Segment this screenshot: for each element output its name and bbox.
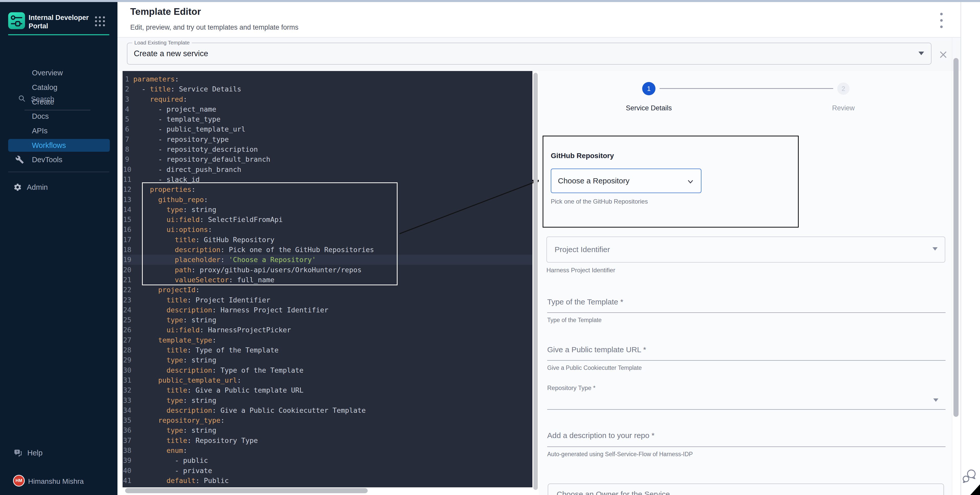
sidebar-item-label: Help [27,449,43,457]
code-line-7[interactable]: 7 - repository_type [123,134,532,144]
code-line-35[interactable]: 35 repository_type: [123,415,532,425]
code-line-38[interactable]: 38 enum: [123,446,532,455]
line-number: 6 [123,124,129,134]
user-avatar[interactable]: HM [13,475,25,487]
code-line-31[interactable]: 31 public_template_url: [123,375,532,385]
code-line-9[interactable]: 9 - repository_default_branch [123,154,532,164]
code-line-32[interactable]: 32 title: Give a Public template URL [123,385,532,395]
line-number: 5 [123,114,129,124]
page-title: Template Editor [130,6,201,17]
app-switcher-icon[interactable] [95,16,105,27]
sidebar-item-label: APIs [32,127,48,135]
public-url-field-underline[interactable] [547,360,945,361]
dropdown-caret-icon[interactable] [932,247,938,251]
line-number: 38 [123,446,129,455]
line-number: 7 [123,134,129,144]
repository-type-underline[interactable] [547,409,945,410]
stepper-step-1[interactable]: 1 [642,82,655,95]
sidebar-item-label: Catalog [32,83,57,92]
code-line-28[interactable]: 28 title: Type of the Template [123,345,532,355]
code-line-41[interactable]: 41 default: Public [123,476,532,485]
code-line-23[interactable]: 23 title: Project Identifier [123,295,532,305]
sidebar-item-help[interactable]: ? Help [8,446,110,459]
brand-title: Internal Developer Portal [29,14,92,30]
code-line-40[interactable]: 40 - private [123,466,532,476]
line-number: 37 [123,436,129,446]
code-line-37[interactable]: 37 title: Repository Type [123,436,532,446]
line-number: 28 [123,345,129,355]
code-line-29[interactable]: 29 type: string [123,355,532,365]
sidebar-item-overview[interactable]: Overview [8,67,110,79]
line-number: 32 [123,385,129,395]
code-line-36[interactable]: 36 type: string [123,425,532,435]
line-number: 23 [123,295,129,305]
code-line-10[interactable]: 10 - direct_push_branch [123,164,532,175]
sidebar-item-admin[interactable]: Admin [8,181,110,194]
code-line-34[interactable]: 34 description: Give a Public Cookiecutt… [123,405,532,415]
line-number: 12 [123,185,129,194]
panel-right-border [961,2,961,495]
sidebar-item-label: Admin [27,183,48,191]
sidebar-item-apis[interactable]: APIs [8,124,110,137]
load-template-select[interactable] [127,43,931,65]
code-line-24[interactable]: 24 description: Harness Project Identifi… [123,305,532,315]
repo-description-field-underline[interactable] [547,446,945,447]
dropdown-caret-icon[interactable] [933,398,939,402]
user-name[interactable]: Himanshu Mishra [28,477,84,485]
line-number: 4 [123,104,129,114]
code-line-27[interactable]: 27 template_type: [123,335,532,345]
scrollbar-track-border [952,38,952,495]
code-line-5[interactable]: 5 - template_type [123,114,532,124]
close-icon[interactable] [939,50,948,59]
line-number: 3 [123,94,129,104]
code-line-22[interactable]: 22 projectId: [123,285,532,295]
code-line-2[interactable]: 2 - title: Service Details [123,84,532,94]
line-number: 31 [123,375,129,385]
sidebar-item-docs[interactable]: Docs [8,110,110,123]
line-number: 18 [123,245,129,255]
code-line-25[interactable]: 25 type: string [123,315,532,325]
code-line-30[interactable]: 30 description: Type of the Template [123,365,532,375]
workflow-glyph-icon [8,12,25,29]
line-number: 24 [123,305,129,315]
code-line-39[interactable]: 39 - public [123,455,532,465]
code-line-4[interactable]: 4 - project_name [123,104,532,114]
load-template-label: Load Existing Template [132,40,192,46]
sidebar-search[interactable]: Search [0,48,118,65]
github-repository-select[interactable]: Choose a Repository [551,169,702,193]
code-line-8[interactable]: 8 - repositoty_description [123,144,532,154]
repo-description-field-helper: Auto-generated using Self-Service-Flow o… [547,451,693,458]
project-identifier-select[interactable]: Project Identifier [546,237,945,263]
kebab-menu-icon[interactable] [940,13,943,28]
dropdown-caret-icon[interactable] [918,52,924,55]
code-line-26[interactable]: 26 ui:field: HarnessProjectPicker [123,325,532,335]
sidebar-item-catalog[interactable]: Catalog [8,81,110,94]
code-line-3[interactable]: 3 required: [123,94,532,104]
support-chat-icon[interactable] [962,468,977,484]
code-line-33[interactable]: 33 type: string [123,395,532,405]
public-url-field-helper: Give a Public Cookiecutter Template [547,364,642,371]
app-root: Internal Developer Portal Search Overvie… [0,0,980,495]
sidebar-item-workflows[interactable]: Workflows [8,139,110,152]
line-number: 13 [123,195,129,205]
line-number: 30 [123,365,129,375]
editor-horizontal-scrollbar[interactable] [125,488,368,493]
page-vertical-scrollbar[interactable] [953,58,959,417]
stepper-step-2[interactable]: 2 [837,83,850,95]
code-line-42[interactable]: 42 repositoty_description: [123,485,532,487]
owner-select-placeholder: Choose an Owner for the Service [557,490,670,495]
sidebar: Internal Developer Portal Search Overvie… [0,2,118,495]
top-strip [0,0,980,2]
template-type-field-underline[interactable] [547,312,945,313]
gear-icon [13,183,22,191]
editor-vertical-scrollbar[interactable] [533,73,538,490]
line-number: 20 [123,265,129,275]
sidebar-item-create[interactable]: Create [8,95,110,108]
sidebar-item-devtools[interactable]: DevTools [8,153,110,166]
code-line-6[interactable]: 6 - public_template_url [123,124,532,134]
code-line-1[interactable]: 1parameters: [123,74,532,84]
line-number: 33 [123,395,129,405]
public-url-field-label: Give a Public template URL * [547,345,646,354]
line-number: 16 [123,224,129,234]
app-logo-icon[interactable] [8,12,25,29]
